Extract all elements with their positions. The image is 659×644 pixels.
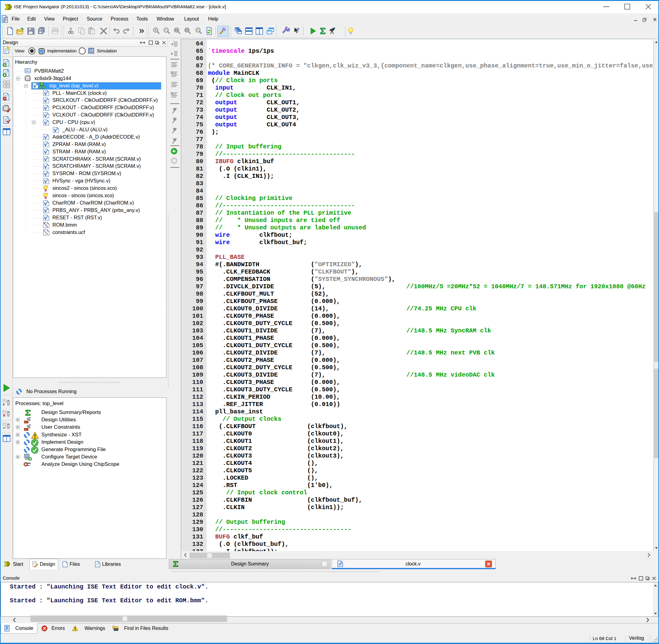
svg-text:V: V [44, 201, 47, 206]
svg-text:V: V [44, 216, 47, 221]
svg-text:V: V [44, 91, 47, 96]
svg-text:V: V [44, 209, 47, 213]
svg-text:ISim: ISim [89, 51, 93, 53]
svg-text:5: 5 [171, 92, 172, 95]
svg-text:V: V [44, 143, 47, 147]
svg-text:V: V [44, 99, 47, 104]
svg-text:V: V [44, 106, 47, 111]
svg-text:5: 5 [171, 71, 172, 74]
svg-text:V: V [54, 128, 57, 133]
svg-text:V: V [44, 113, 47, 118]
svg-text:V: V [44, 172, 47, 177]
svg-text:V: V [33, 84, 36, 89]
svg-text:V: V [44, 165, 47, 169]
svg-text:V: V [44, 179, 47, 184]
svg-text:?: ? [297, 27, 300, 32]
svg-text:F: F [46, 232, 48, 235]
svg-text:m: m [46, 225, 48, 228]
svg-text:V: V [44, 135, 47, 140]
svg-text:V: V [44, 150, 47, 155]
svg-text:V: V [44, 120, 47, 125]
svg-text:V: V [44, 157, 47, 162]
